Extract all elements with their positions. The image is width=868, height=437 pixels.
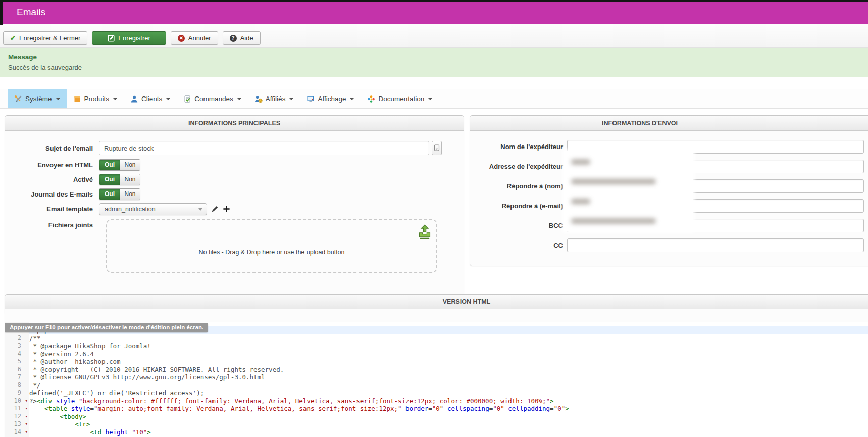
fold-arrow-icon[interactable]: ▾ [25,420,28,428]
main-panel-title: INFORMATIONS PRINCIPALES [5,116,464,131]
line-number: 10▾ [5,397,29,405]
check-icon: ✔ [10,35,16,41]
cancel-button-label: Annuler [188,34,211,42]
replyto-email-label: Répondre à (e-mail) [470,202,567,210]
attachments-dropzone[interactable]: No files - Drag & Drop here or use the u… [106,219,437,273]
menu-item-commandes[interactable]: Commandes [177,89,248,108]
help-button[interactable]: ?Aide [223,31,261,45]
cc-row: CC [470,238,868,252]
help-icon: ? [230,35,237,42]
line-number: 7 [5,373,29,381]
display-icon [307,95,315,103]
save-button[interactable]: Enregistrer [92,31,166,45]
caret-down-icon [237,98,241,100]
pencil-icon [211,205,219,213]
help-button-label: Aide [240,34,253,42]
caret-down-icon [113,98,117,100]
code-line-6: * @copyright (C) 2010-2016 HIKARI SOFTWA… [29,366,868,374]
box-icon [73,95,81,103]
fold-arrow-icon[interactable]: ▾ [25,413,28,421]
line-number: 3 [5,342,29,350]
page-title: Emails [17,7,45,18]
chevron-down-icon [198,208,202,211]
fold-arrow-icon[interactable]: ▾ [25,405,28,413]
code-line-12: <tbody> [29,413,868,421]
send-html-toggle-yes[interactable]: Oui [99,160,120,170]
html-panel-title: VERSION HTML [5,295,868,309]
window-edge-top [0,0,868,2]
send-panel-title: INFORMATIONS D'ENVOI [470,116,809,131]
sender-address-label: Adresse de l'expéditeur [470,163,567,170]
window-edge-left [0,0,3,25]
menu-item-affilies[interactable]: Affiliés [248,89,300,108]
caret-down-icon [166,98,170,100]
log-toggle: Oui Non [99,188,140,200]
upload-button[interactable] [417,224,432,242]
message-text: Succès de la sauvegarde [8,64,860,71]
code-line-2: /** [29,334,868,343]
save-close-button[interactable]: ✔Enregistrer & Fermer [3,31,87,45]
line-number: 13▾ [5,420,29,428]
code-line-9: defined('_JEXEC') or die('Restricted acc… [29,389,868,397]
send-html-toggle-no[interactable]: Non [120,160,140,170]
line-number: 11▾ [5,405,29,413]
code-line-4: * @version 2.6.4 [29,350,868,358]
edit-template-button[interactable] [211,205,219,213]
hikashop-emails-page: Emails ✔Enregistrer & FermerEnregistrer✕… [0,0,868,437]
menu-item-clients[interactable]: Clients [124,89,177,108]
template-selected-value: admin_notification [105,206,156,213]
send-html-toggle: Oui Non [99,159,140,171]
menu-item-produits[interactable]: Produits [67,89,124,108]
caret-down-icon [289,98,293,100]
log-toggle-yes[interactable]: Oui [99,189,120,200]
cc-label: CC [470,241,567,249]
input-addon-icon[interactable] [432,141,442,155]
enabled-toggle-yes[interactable]: Oui [99,174,120,185]
add-template-button[interactable] [223,205,230,213]
code-editor[interactable]: Appuyer sur F10 pour activer/désactiver … [5,322,868,437]
enabled-toggle-no[interactable]: Non [120,174,140,185]
caret-down-icon [56,98,60,100]
subject-input[interactable] [99,141,429,155]
enabled-toggle: Oui Non [99,174,140,185]
html-version-panel: VERSION HTML Appuyer sur F10 pour active… [5,294,868,437]
save-button-label: Enregistrer [118,34,150,42]
subject-row: Sujet de l'email [5,141,464,155]
code-content[interactable]: <?php/** * @package HikaShop for Joomla!… [29,322,868,437]
fold-arrow-icon[interactable]: ▾ [25,428,28,436]
menu-item-affichage[interactable]: Affichage [300,89,361,108]
code-line-13: <tr> [29,420,868,428]
log-toggle-no[interactable]: Non [120,189,140,200]
subject-label: Sujet de l'email [5,144,99,152]
save-icon [108,35,115,42]
menu-item-systeme[interactable]: Système [8,89,67,108]
caret-down-icon [350,98,354,100]
send-informations-panel: INFORMATIONS D'ENVOI Nom de l'expéditeur… [470,115,868,266]
cancel-button[interactable]: ✕Annuler [171,31,218,45]
cancel-icon: ✕ [178,35,185,42]
caret-down-icon [428,98,432,100]
toolbar: ✔Enregistrer & FermerEnregistrer✕Annuler… [0,24,868,48]
line-number: 5 [5,358,29,366]
code-line-8: */ [29,381,868,390]
tools-icon [14,95,22,103]
save-close-button-label: Enregistrer & Fermer [19,34,80,42]
log-label: Journal des E-mails [5,190,99,198]
template-select[interactable]: admin_notification [99,203,207,215]
orders-icon [183,95,191,103]
main-informations-panel: INFORMATIONS PRINCIPALES Sujet de l'emai… [5,115,464,314]
line-number: 8 [5,381,29,390]
cc-input[interactable] [567,238,864,252]
fullscreen-hint-tooltip: Appuyer sur F10 pour activer/désactiver … [5,323,208,332]
menu-item-documentation[interactable]: Documentation [361,89,439,108]
page-header: Emails [0,2,868,24]
menu-item-label: Produits [84,95,110,103]
log-row: Journal des E-mails Oui Non [5,188,464,201]
sender-name-label: Nom de l'expéditeur [470,143,567,151]
mini-document-icon [434,144,440,152]
message-title: Message [8,53,860,61]
send-html-row: Envoyer en HTML Oui Non [5,159,464,171]
fold-arrow-icon[interactable]: ▾ [25,397,28,405]
code-line-7: * @license GNU/GPLv3 http://www.gnu.org/… [29,373,868,381]
line-number: 4 [5,350,29,358]
